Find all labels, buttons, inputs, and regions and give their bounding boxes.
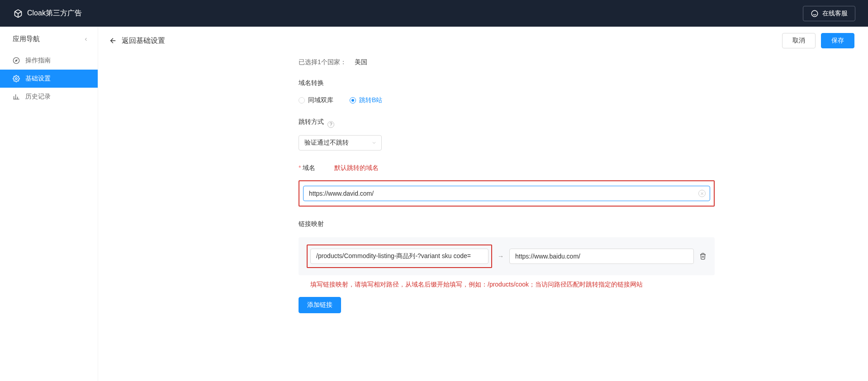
brand: Cloak第三方广告 (14, 9, 82, 18)
sidebar-item-settings[interactable]: 基础设置 (0, 70, 98, 88)
header-actions: 取消 保存 (782, 33, 854, 48)
mapping-label: 链接映射 (299, 220, 324, 228)
arrow-right-icon: → (498, 253, 504, 260)
radio-icon (350, 97, 356, 103)
jump-mode-select[interactable]: 验证通过不跳转 (299, 135, 382, 151)
sidebar-title-row[interactable]: 应用导航 (0, 27, 98, 52)
trash-icon[interactable] (699, 253, 707, 260)
selected-country-row: 已选择1个国家： 美国 (299, 58, 715, 66)
mapping-annotation: 填写链接映射，请填写相对路径，从域名后缀开始填写，例如：/products/co… (310, 281, 715, 289)
domain-annotation: 默认跳转的域名 (334, 164, 379, 172)
customer-service-label: 在线客服 (822, 9, 848, 18)
page-header: 返回基础设置 取消 保存 (98, 27, 868, 55)
help-icon[interactable]: ? (327, 121, 334, 128)
save-button[interactable]: 保存 (821, 33, 854, 48)
brand-title: Cloak第三方广告 (27, 9, 82, 18)
sidebar-item-label: 操作指南 (25, 56, 51, 65)
domain-highlight-box: ✕ (299, 180, 715, 207)
radio-icon (299, 97, 305, 103)
clear-input-icon[interactable]: ✕ (698, 190, 706, 197)
add-link-button[interactable]: 添加链接 (299, 297, 341, 313)
back-link[interactable]: 返回基础设置 (109, 36, 165, 46)
gear-icon (13, 75, 20, 82)
mapping-dest-input[interactable] (509, 249, 694, 264)
arrow-left-icon (109, 37, 117, 45)
radio-label: 同域双库 (308, 96, 333, 104)
back-label: 返回基础设置 (122, 36, 165, 46)
jump-mode-label: 跳转方式 (299, 118, 324, 126)
svg-point-3 (15, 78, 17, 80)
radio-label: 跳转B站 (359, 96, 382, 104)
topbar: Cloak第三方广告 在线客服 (0, 0, 868, 27)
selected-country-value: 美国 (355, 58, 367, 66)
cube-icon (14, 9, 23, 18)
sidebar: 应用导航 操作指南 基础设置 历史记录 (0, 27, 98, 381)
sidebar-item-label: 基础设置 (25, 75, 51, 83)
mapping-row: → (299, 237, 715, 275)
sidebar-title: 应用导航 (13, 35, 40, 43)
radio-jump-bsite[interactable]: 跳转B站 (350, 96, 382, 104)
domain-label: 域名 (299, 164, 315, 172)
select-value: 验证通过不跳转 (304, 139, 349, 147)
radio-same-domain[interactable]: 同域双库 (299, 96, 333, 104)
svg-marker-2 (15, 59, 18, 62)
svg-point-0 (811, 10, 818, 17)
chevron-down-icon (371, 140, 377, 146)
customer-service-button[interactable]: 在线客服 (803, 6, 855, 21)
domain-input[interactable] (303, 186, 710, 201)
chart-icon (13, 93, 20, 100)
headset-icon (811, 9, 819, 18)
chevron-left-icon (83, 37, 89, 42)
sidebar-item-history[interactable]: 历史记录 (0, 88, 98, 106)
mapping-source-highlight (307, 245, 492, 268)
form-area: 已选择1个国家： 美国 域名转换 同域双库 (98, 55, 868, 339)
main: 返回基础设置 取消 保存 已选择1个国家： 美国 域名转换 (98, 27, 868, 381)
cancel-button[interactable]: 取消 (782, 33, 816, 48)
selected-country-label: 已选择1个国家： (299, 58, 346, 66)
compass-icon (13, 57, 20, 64)
domain-convert-label: 域名转换 (299, 79, 324, 87)
mapping-source-input[interactable] (310, 249, 489, 264)
sidebar-item-guide[interactable]: 操作指南 (0, 52, 98, 70)
sidebar-item-label: 历史记录 (25, 93, 51, 101)
